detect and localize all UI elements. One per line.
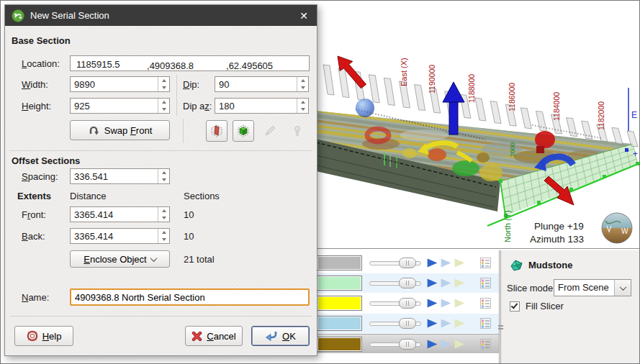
spin-up-icon[interactable] [158,169,169,176]
spin-up-icon[interactable] [158,77,169,84]
spin-down-icon[interactable] [297,84,308,91]
compass-ball[interactable]: W [602,213,632,243]
spin-up-icon[interactable] [158,99,169,106]
cancel-x-icon [191,331,202,342]
dip-az-label: Dip az: [183,101,212,112]
color-swatch[interactable] [317,255,362,270]
slider-thumb[interactable] [399,339,416,350]
spin-down-icon[interactable] [158,236,169,243]
ok-button[interactable]: OK [251,326,310,346]
view-solid-icon[interactable] [427,299,438,308]
legend-icon[interactable] [480,278,491,288]
spacing-label: Spacing: [22,171,58,182]
shape-list-row[interactable] [315,314,499,333]
view-faded-icon[interactable] [441,258,451,268]
elev-axis-label: E [631,110,637,120]
spin-up-icon[interactable] [158,207,169,214]
height-spinbox[interactable] [70,98,170,114]
view-faded-icon[interactable] [441,299,451,308]
axis-plus-mark: + [633,149,638,159]
rotate-handle-blue-ball[interactable] [356,99,374,117]
spin-up-icon[interactable] [158,229,169,236]
spin-down-icon[interactable] [158,176,169,183]
spin-down-icon[interactable] [158,214,169,222]
spin-down-icon[interactable] [158,84,169,91]
front-spinbox[interactable] [70,206,170,222]
color-swatch[interactable] [317,296,362,311]
checkbox-icon[interactable] [510,301,520,311]
view-solid-icon[interactable] [427,340,438,349]
back-spinbox[interactable] [70,228,170,244]
location-x: 1185915.5 [76,58,120,72]
legend-icon[interactable] [480,318,491,329]
view-faded-icon[interactable] [441,278,451,288]
total-sections-count: 21 total [184,254,215,265]
north-axis-label: North (Y) [503,210,512,242]
opacity-slider[interactable] [369,317,421,329]
base-section-heading: Base Section [12,35,71,46]
opacity-slider[interactable] [369,338,421,350]
scene-3d-view[interactable]: East (X) 1190000 1188000 1186000 1184000… [316,1,639,248]
fill-slicer-checkbox[interactable]: Fill Slicer [510,301,564,311]
slice-mode-dropdown[interactable]: From Scene [554,279,631,296]
view-outline-icon[interactable] [454,340,465,349]
enclose-object-button[interactable]: Enclose Object [70,250,170,268]
location-z: 62.495605 [229,59,273,73]
legend-icon[interactable] [480,339,491,350]
divider [10,316,312,317]
width-spinbox[interactable] [70,76,170,92]
view-outline-icon[interactable] [454,319,465,328]
location-y: 4909368.8 [150,59,194,73]
view-solid-icon[interactable] [427,319,438,328]
dip-az-spinbox[interactable] [215,98,309,114]
spin-down-icon[interactable] [297,106,308,113]
spin-down-icon[interactable] [158,106,169,113]
shape-list-row[interactable] [315,334,499,353]
opacity-slider[interactable] [369,277,421,289]
view-faded-icon[interactable] [441,319,451,328]
back-sections-count: 10 [184,231,194,242]
view-outline-icon[interactable] [454,258,465,268]
help-button[interactable]: Help [14,326,73,346]
spacing-spinbox[interactable] [70,168,170,184]
scene-canvas: East (X) 1190000 1188000 1186000 1184000… [316,1,639,248]
swap-front-button[interactable]: Swap Front [70,120,170,140]
divider [176,75,177,116]
shape-panel: Mudstone Slice mode: From Scene Fill Sli… [315,248,639,363]
shape-properties-panel: Mudstone Slice mode: From Scene Fill Sli… [500,250,639,364]
enclose-cube-icon[interactable] [233,120,254,142]
cancel-button[interactable]: Cancel [185,326,243,346]
legend-icon[interactable] [480,298,491,309]
dropdown-chevron-icon[interactable] [614,280,631,296]
legend-icon[interactable] [480,258,491,268]
shape-list-row[interactable] [315,294,499,313]
spin-up-icon[interactable] [297,99,308,106]
view-outline-icon[interactable] [454,278,465,288]
slider-thumb[interactable] [399,298,416,309]
new-serial-section-dialog: New Serial Section ✕ Base Section Locati… [4,4,317,356]
dialog-titlebar[interactable]: New Serial Section ✕ [5,5,317,26]
dip-spinbox[interactable] [215,76,309,92]
name-field[interactable] [70,288,310,306]
color-swatch[interactable] [317,316,362,331]
shape-list-row[interactable] [315,273,499,293]
color-swatch[interactable] [317,337,362,352]
fill-slicer-label: Fill Slicer [526,301,564,311]
location-field[interactable]: 1185915.5 , 4909368.8 , 62.495605 [70,55,310,71]
close-icon[interactable]: ✕ [299,10,308,22]
view-faded-icon[interactable] [441,340,451,349]
opacity-slider[interactable] [369,297,421,309]
view-solid-icon[interactable] [427,278,438,288]
spin-up-icon[interactable] [297,77,308,84]
slider-thumb[interactable] [399,278,416,288]
back-label: Back: [22,231,45,242]
view-solid-icon[interactable] [427,258,438,268]
shape-list-row[interactable] [315,253,499,273]
slider-thumb[interactable] [399,258,416,268]
slider-thumb[interactable] [399,318,416,329]
panel-resize-handle[interactable] [498,325,503,329]
opacity-slider[interactable] [369,257,421,269]
color-swatch[interactable] [317,276,362,291]
section-plane-icon[interactable] [206,120,227,142]
view-outline-icon[interactable] [454,299,465,308]
